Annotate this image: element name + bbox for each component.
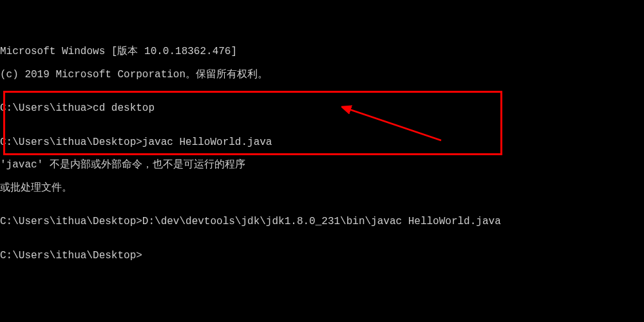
terminal-line-copyright: (c) 2019 Microsoft Corporation。保留所有权利。 xyxy=(0,70,644,81)
terminal-line-version: Microsoft Windows [版本 10.0.18362.476] xyxy=(0,46,644,58)
terminal-line-cd-command: C:\Users\ithua>cd desktop xyxy=(0,103,644,115)
terminal-line-error-1: 'javac' 不是内部或外部命令，也不是可运行的程序 xyxy=(0,160,644,171)
terminal-line-prompt[interactable]: C:\Users\ithua\Desktop> xyxy=(0,251,644,262)
terminal-line-fullpath-javac: C:\Users\ithua\Desktop>D:\dev\devtools\j… xyxy=(0,216,644,228)
terminal-line-error-2: 或批处理文件。 xyxy=(0,183,644,194)
terminal-line-javac-command: C:\Users\ithua\Desktop>javac HelloWorld.… xyxy=(0,137,644,149)
